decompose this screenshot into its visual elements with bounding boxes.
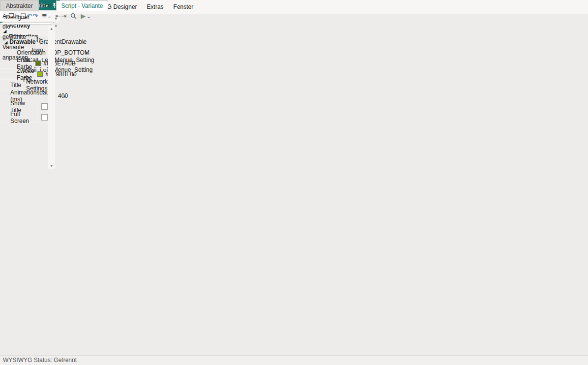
property-name-label: Full Screen xyxy=(10,111,37,124)
color-swatch xyxy=(37,71,43,77)
property-value-text: GradientDrawable xyxy=(39,38,87,45)
property-value[interactable] xyxy=(38,112,48,122)
property-row-title: TitleNetwork Settings xyxy=(0,80,48,91)
checkbox[interactable] xyxy=(41,114,48,121)
redo-icon[interactable]: ↷ xyxy=(32,11,38,21)
run-icon[interactable]: ▶ xyxy=(81,11,86,21)
comment-icon[interactable]: ≣ xyxy=(42,11,47,21)
dropdown-arrow-icon[interactable] xyxy=(72,71,75,78)
property-value[interactable] xyxy=(38,101,48,112)
checkbox[interactable] xyxy=(41,103,48,110)
property-value[interactable]: GradientDrawable xyxy=(36,36,87,47)
scroll-up-icon[interactable] xyxy=(52,23,59,28)
code-text: 'Variant specific script: 320x480,scale=… xyxy=(31,24,52,25)
property-name[interactable]: Full Screen xyxy=(0,112,38,122)
dropdown-arrow-icon[interactable] xyxy=(83,38,85,45)
uncomment-icon[interactable]: ≡ xyxy=(48,11,52,21)
property-row-full-screen: Full Screen xyxy=(0,112,48,123)
dropdown-arrow-icon[interactable] xyxy=(64,92,66,99)
property-value-text: 400 xyxy=(58,92,68,99)
tab-abstrakter-designer[interactable]: Abstrakter Designer xyxy=(0,0,39,11)
dropdown-arrow-icon[interactable] xyxy=(85,49,88,56)
properties-scrollbar[interactable] xyxy=(48,26,55,169)
scroll-down-icon[interactable] xyxy=(48,164,55,168)
toolbar-overflow-icon[interactable]: ⌄ xyxy=(86,11,91,21)
menu-item-extras[interactable]: Extras xyxy=(142,1,169,13)
status-bar: WYSIWYG Status: Getrennt xyxy=(0,355,588,365)
adapt-variant-button[interactable]: An die gewählte Variante anpassen xyxy=(0,11,2,23)
property-name-label: Title xyxy=(10,82,21,89)
dropdown-arrow-icon[interactable] xyxy=(71,60,74,67)
search-icon[interactable] xyxy=(70,11,77,21)
color-swatch xyxy=(35,61,41,66)
menu-item-fenster[interactable]: Fenster xyxy=(169,1,199,13)
status-text: WYSIWYG Status: Getrennt xyxy=(3,357,77,364)
property-value[interactable]: Network Settings xyxy=(23,80,48,90)
property-value[interactable]: 400 xyxy=(55,91,68,101)
tab-script-variante[interactable]: Script - Variante xyxy=(56,0,108,11)
indent-icon[interactable]: ⇥ xyxy=(61,11,66,21)
scroll-down-icon[interactable] xyxy=(52,17,59,21)
property-value-text: Network Settings xyxy=(26,78,48,92)
